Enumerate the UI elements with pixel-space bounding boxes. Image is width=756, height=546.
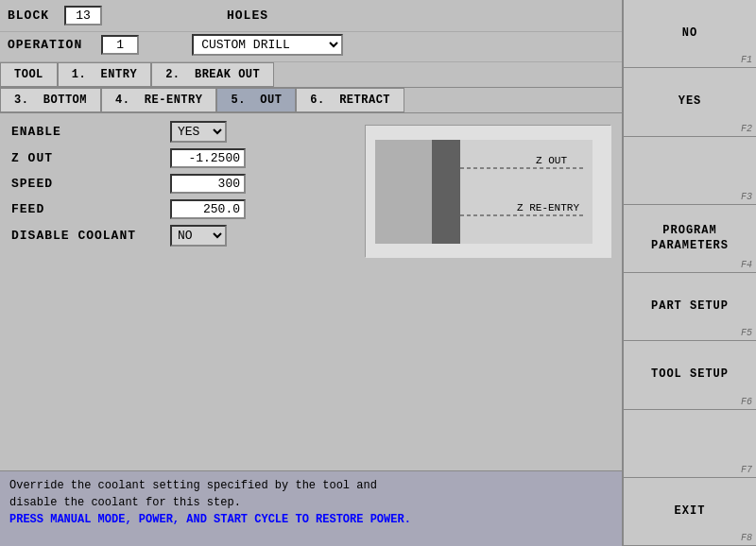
zout-input[interactable]	[170, 148, 246, 168]
part-setup-button[interactable]: PART SETUP F5	[624, 273, 756, 341]
feed-input[interactable]	[170, 199, 246, 219]
exit-button[interactable]: EXIT F8	[624, 478, 756, 546]
right-panel: NO F1 YES F2 F3 PROGRAM PARAMETERS F4 PA…	[624, 0, 756, 546]
form-section: ENABLE YES NO Z OUT SPEED	[11, 121, 357, 257]
blank-f3-button: F3	[624, 137, 756, 205]
tab-retract[interactable]: 6. RETRACT	[296, 88, 404, 112]
feed-label: FEED	[11, 202, 163, 216]
block-label: BLOCK	[8, 9, 49, 23]
header-row: BLOCK HOLES	[0, 0, 622, 32]
tab-reentry[interactable]: 4. RE-ENTRY	[101, 88, 216, 112]
tab-entry[interactable]: 1. ENTRY	[58, 62, 151, 87]
coolant-select[interactable]: NO YES	[170, 225, 227, 247]
operation-input[interactable]	[101, 35, 139, 55]
tab-breakout[interactable]: 2. BREAK OUT	[151, 62, 274, 87]
status-bar: Override the coolant setting specified b…	[0, 470, 622, 546]
svg-rect-1	[375, 140, 432, 244]
blank-f7-button: F7	[624, 410, 756, 478]
tab-tool[interactable]: TOOL	[0, 62, 58, 87]
operation-row: OPERATION CUSTOM DRILL DRILL BORE TAP	[0, 32, 622, 62]
holes-label: HOLES	[227, 9, 268, 23]
tab-bottom[interactable]: 3. BOTTOM	[0, 88, 101, 112]
zout-row: Z OUT	[11, 148, 357, 168]
content-area: ENABLE YES NO Z OUT SPEED	[0, 113, 622, 470]
speed-label: SPEED	[11, 177, 163, 191]
program-params-button[interactable]: PROGRAM PARAMETERS F4	[624, 205, 756, 273]
left-panel: BLOCK HOLES OPERATION CUSTOM DRILL DRILL…	[0, 0, 624, 546]
feed-row: FEED	[11, 199, 357, 219]
status-line-1: Override the coolant setting specified b…	[9, 477, 612, 494]
svg-rect-2	[432, 140, 460, 244]
block-input[interactable]	[64, 6, 102, 26]
zout-label: Z OUT	[11, 151, 163, 165]
tab-out[interactable]: 5. OUT	[216, 88, 296, 112]
enable-select[interactable]: YES NO	[170, 121, 227, 143]
tool-setup-button[interactable]: TOOL SETUP F6	[624, 341, 756, 409]
diagram: Z OUT Z RE-ENTRY	[365, 125, 610, 257]
coolant-row: DISABLE COOLANT NO YES	[11, 225, 357, 247]
diagram-svg: Z OUT Z RE-ENTRY	[366, 126, 611, 258]
tabs-row-2: 3. BOTTOM 4. RE-ENTRY 5. OUT 6. RETRACT	[0, 88, 622, 113]
svg-text:Z OUT: Z OUT	[536, 155, 567, 166]
main-layout: BLOCK HOLES OPERATION CUSTOM DRILL DRILL…	[0, 0, 756, 546]
form-and-diagram: ENABLE YES NO Z OUT SPEED	[11, 121, 610, 257]
svg-rect-3	[460, 140, 593, 244]
svg-text:Z RE-ENTRY: Z RE-ENTRY	[517, 202, 579, 213]
coolant-label: DISABLE COOLANT	[11, 229, 163, 243]
speed-input[interactable]	[170, 174, 246, 194]
no-button[interactable]: NO F1	[624, 0, 756, 68]
yes-button[interactable]: YES F2	[624, 68, 756, 136]
tabs-row-1: TOOL 1. ENTRY 2. BREAK OUT	[0, 62, 622, 88]
enable-row: ENABLE YES NO	[11, 121, 357, 143]
operation-label: OPERATION	[8, 38, 82, 52]
drill-type-select[interactable]: CUSTOM DRILL DRILL BORE TAP	[192, 34, 343, 56]
enable-label: ENABLE	[11, 125, 163, 139]
status-line-2: disable the coolant for this step.	[9, 494, 612, 511]
speed-row: SPEED	[11, 174, 357, 194]
status-line-3: PRESS MANUAL MODE, POWER, AND START CYCL…	[9, 511, 612, 528]
